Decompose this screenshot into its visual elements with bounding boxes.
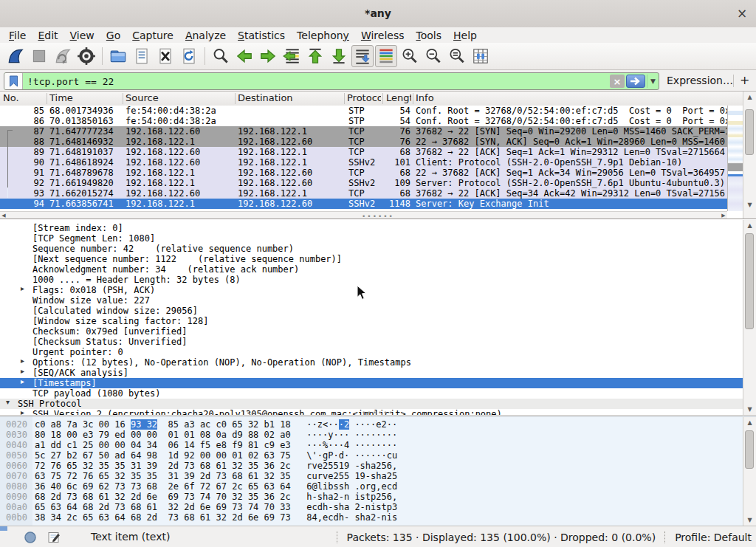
open-capture-icon[interactable]: [107, 45, 129, 67]
scrollbar-thumb[interactable]: [745, 430, 754, 469]
hex-row-0070[interactable]: 007063 75 72 76 65 32 35 35 31 39 2d 73 …: [6, 471, 397, 481]
packet-row-85[interactable]: 8568.001734936fe:54:00:d4:38:2aSTP54Conf…: [0, 106, 727, 116]
bytes-vscrollbar[interactable]: ▲ ▼: [743, 417, 756, 526]
packet-list-minimap[interactable]: [727, 106, 743, 211]
detail-line[interactable]: [Stream index: 0]: [0, 223, 743, 233]
detail-line[interactable]: Urgent pointer: 0: [0, 347, 743, 357]
add-filter-button[interactable]: +: [740, 70, 749, 92]
scrollbar-thumb[interactable]: [745, 233, 754, 329]
column-header-source[interactable]: Source: [126, 92, 235, 106]
column-header-info[interactable]: Info: [416, 92, 726, 106]
hex-row-0040[interactable]: 0040a1 dd c1 25 00 00 04 34 06 14 f5 e8 …: [6, 440, 397, 450]
column-divider[interactable]: [382, 93, 383, 104]
menu-go[interactable]: Go: [100, 29, 126, 42]
menu-analyze[interactable]: Analyze: [179, 29, 232, 42]
expand-arrow-icon[interactable]: ▸: [21, 408, 24, 415]
detail-line[interactable]: [Checksum Status: Unverified]: [0, 337, 743, 347]
expand-arrow-icon[interactable]: ▸: [21, 357, 24, 365]
packet-row-87[interactable]: 8771.647777234192.168.122.60192.168.122.…: [0, 126, 727, 137]
packet-list-vscrollbar[interactable]: ▲ ▼: [743, 92, 756, 211]
capture-comment-icon[interactable]: [47, 531, 61, 544]
menu-file[interactable]: File: [3, 29, 32, 42]
detail-line[interactable]: ▸Flags: 0x018 (PSH, ACK): [0, 285, 743, 295]
expand-arrow-icon[interactable]: ▸: [21, 377, 24, 385]
collapse-arrow-icon[interactable]: ▾: [6, 398, 10, 406]
window-close-button[interactable]: ×: [734, 6, 750, 22]
go-last-icon[interactable]: [328, 45, 350, 67]
hex-row-00b0[interactable]: 00b038 34 2c 65 63 64 68 2d 73 68 61 32 …: [6, 512, 397, 523]
capture-options-icon[interactable]: [75, 45, 97, 67]
expert-info-icon[interactable]: [24, 531, 37, 544]
scrollbar-thumb[interactable]: [745, 109, 754, 155]
filter-apply-button[interactable]: [626, 75, 645, 88]
column-divider[interactable]: [123, 93, 123, 104]
column-header-length[interactable]: Length: [386, 92, 411, 106]
reload-capture-icon[interactable]: [178, 45, 200, 67]
detail-line[interactable]: Window size value: 227: [0, 295, 743, 306]
wireshark-start-icon[interactable]: [4, 45, 27, 67]
hex-row-0050[interactable]: 00505c 27 b2 67 50 ad 64 98 1d 92 00 00 …: [6, 450, 397, 461]
hex-row-0030[interactable]: 003080 18 00 e3 79 ed 00 00 01 01 08 0a …: [6, 430, 397, 440]
display-filter-input[interactable]: !tcp.port == 22 × ▼: [4, 72, 659, 90]
expression-button[interactable]: Expression…: [667, 70, 733, 92]
detail-line[interactable]: ▸[Timestamps]: [0, 378, 743, 388]
packet-row-89[interactable]: 8971.648191037192.168.122.60192.168.122.…: [0, 147, 727, 157]
detail-line[interactable]: [Window size scaling factor: 128]: [0, 316, 743, 326]
detail-line[interactable]: Sequence number: 42 (relative sequence n…: [0, 244, 743, 254]
detail-line[interactable]: [TCP Segment Len: 1080]: [0, 233, 743, 244]
resize-columns-icon[interactable]: [470, 45, 492, 67]
detail-line[interactable]: ▸Options: (12 bytes), No-Operation (NOP)…: [0, 357, 743, 368]
hex-row-0060[interactable]: 006072 76 65 32 35 35 31 39 2d 73 68 61 …: [6, 461, 397, 471]
menu-edit[interactable]: Edit: [32, 29, 63, 42]
scroll-down-icon[interactable]: ▼: [743, 515, 756, 526]
status-profile[interactable]: Profile: Default: [675, 531, 752, 543]
detail-line[interactable]: ▾SSH Protocol: [0, 399, 743, 409]
column-divider[interactable]: [344, 93, 345, 104]
filter-history-caret-icon[interactable]: ▼: [647, 75, 659, 88]
menu-capture[interactable]: Capture: [126, 29, 179, 42]
detail-line[interactable]: Acknowledgment number: 34 (relative ack …: [0, 264, 743, 275]
menu-wireless[interactable]: Wireless: [355, 29, 410, 42]
column-header-destination[interactable]: Destination: [238, 92, 344, 106]
detail-line[interactable]: [Calculated window size: 29056]: [0, 306, 743, 316]
menu-view[interactable]: View: [64, 29, 100, 42]
pane-splitter[interactable]: ••••••: [360, 412, 396, 415]
go-to-packet-icon[interactable]: [281, 45, 303, 67]
packet-row-92[interactable]: 9271.661949820192.168.122.1192.168.122.6…: [0, 178, 727, 188]
colorize-packets-icon[interactable]: [375, 45, 397, 67]
stop-capture-icon[interactable]: [28, 45, 50, 67]
scroll-up-icon[interactable]: ▲: [743, 220, 756, 232]
scroll-down-icon[interactable]: ▼: [743, 404, 756, 415]
column-header-protocol[interactable]: Protocol: [347, 92, 381, 106]
go-previous-icon[interactable]: [233, 45, 255, 67]
packet-row-90[interactable]: 9071.648618924192.168.122.60192.168.122.…: [0, 157, 727, 168]
detail-line[interactable]: ▸[SEQ/ACK analysis]: [0, 368, 743, 378]
detail-line[interactable]: Checksum: 0x79ed [unverified]: [0, 326, 743, 337]
go-next-icon[interactable]: [257, 45, 279, 67]
auto-scroll-icon[interactable]: [351, 45, 374, 67]
close-capture-icon[interactable]: [154, 45, 176, 67]
packet-row-91[interactable]: 9171.648789678192.168.122.1192.168.122.6…: [0, 168, 727, 178]
menu-help[interactable]: Help: [447, 29, 483, 42]
expand-arrow-icon[interactable]: ▸: [21, 367, 24, 375]
menu-statistics[interactable]: Statistics: [232, 29, 291, 42]
scroll-down-icon[interactable]: ▼: [743, 199, 756, 211]
hex-row-00a0[interactable]: 00a065 63 64 68 2d 73 68 61 32 2d 6e 69 …: [6, 502, 397, 512]
column-header-time[interactable]: Time: [49, 92, 123, 106]
restart-capture-icon[interactable]: [52, 45, 74, 67]
column-divider[interactable]: [235, 93, 236, 104]
menu-telephony[interactable]: Telephony: [291, 29, 355, 42]
scroll-up-icon[interactable]: ▲: [743, 417, 756, 429]
zoom-reset-icon[interactable]: [446, 45, 468, 67]
filter-bookmark-icon[interactable]: [4, 73, 23, 89]
detail-line[interactable]: 1000 .... = Header Length: 32 bytes (8): [0, 275, 743, 285]
save-capture-icon[interactable]: [131, 45, 153, 67]
packet-row-93[interactable]: 9371.662015274192.168.122.60192.168.122.…: [0, 188, 727, 199]
detail-line[interactable]: [Next sequence number: 1122 (relative se…: [0, 254, 743, 264]
packet-row-86[interactable]: 8670.013850163fe:54:00:d4:38:2aSTP54Conf…: [0, 116, 727, 126]
detail-line[interactable]: TCP payload (1080 bytes): [0, 388, 743, 399]
details-vscrollbar[interactable]: ▲ ▼: [743, 220, 756, 415]
packet-row-94[interactable]: 9471.663856741192.168.122.1192.168.122.6…: [0, 199, 727, 209]
zoom-in-icon[interactable]: [399, 45, 421, 67]
filter-clear-button[interactable]: ×: [610, 75, 625, 88]
